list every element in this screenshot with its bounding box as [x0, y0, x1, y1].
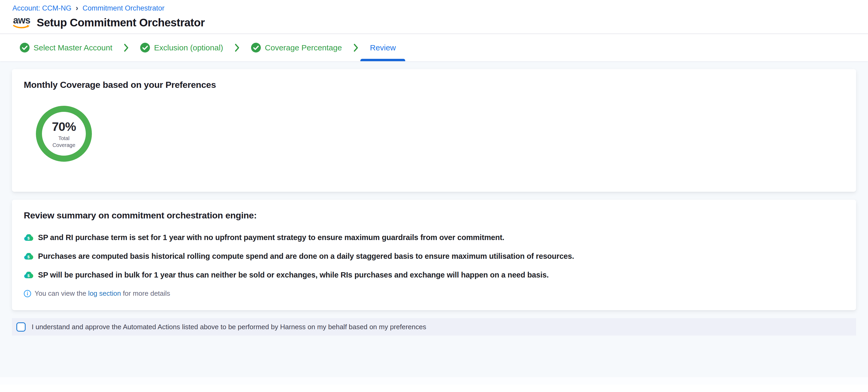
approval-strip: I understand and approve the Automated A… [12, 318, 856, 335]
approval-label[interactable]: I understand and approve the Automated A… [32, 323, 426, 331]
review-summary-card: Review summary on commitment orchestrati… [12, 200, 856, 310]
breadcrumb-account-link[interactable]: Account: CCM-NG [12, 4, 71, 12]
log-info-text: You can view the log section for more de… [35, 289, 170, 298]
chevron-right-icon [353, 43, 358, 52]
step-label: Review [370, 43, 396, 52]
check-circle-icon [140, 43, 150, 53]
wizard-stepper: Select Master Account Exclusion (optiona… [0, 33, 868, 61]
step-label: Select Master Account [33, 43, 112, 52]
step-label: Coverage Percentage [265, 43, 342, 52]
step-exclusion-optional[interactable]: Exclusion (optional) [140, 34, 223, 61]
active-tab-underline [360, 59, 405, 61]
svg-text:$: $ [27, 255, 30, 259]
step-select-master-account[interactable]: Select Master Account [20, 34, 112, 61]
coverage-donut-chart: 70% Total Coverage [36, 106, 92, 162]
page-title: Setup Commitment Orchestrator [37, 17, 205, 29]
summary-bullet: $ Purchases are computed basis historica… [24, 252, 844, 261]
cloud-dollar-icon: $ [24, 234, 33, 241]
donut-value: 70% [52, 119, 76, 134]
info-suffix: for more details [121, 289, 170, 297]
content-area: Monthly Coverage based on your Preferenc… [0, 61, 868, 385]
check-circle-icon [20, 43, 30, 53]
step-coverage-percentage[interactable]: Coverage Percentage [251, 34, 342, 61]
donut-sub-label: Total Coverage [53, 135, 75, 149]
coverage-card: Monthly Coverage based on your Preferenc… [12, 69, 856, 192]
info-prefix: You can view the [35, 289, 88, 297]
page-header: Account: CCM-NG › Commitment Orchestrato… [0, 0, 868, 33]
summary-bullet: $ SP will be purchased in bulk for 1 yea… [24, 271, 844, 280]
summary-bullet: $ SP and RI purchase term is set for 1 y… [24, 233, 844, 242]
step-review[interactable]: Review [370, 34, 396, 61]
check-circle-icon [251, 43, 261, 53]
coverage-card-title: Monthly Coverage based on your Preferenc… [24, 80, 844, 90]
log-info-row: You can view the log section for more de… [24, 289, 844, 298]
summary-card-title: Review summary on commitment orchestrati… [24, 210, 844, 221]
approval-checkbox[interactable] [17, 322, 26, 332]
chevron-right-icon [124, 43, 129, 52]
bullet-text: Purchases are computed basis historical … [38, 252, 574, 261]
info-circle-icon [24, 290, 31, 297]
svg-text:$: $ [27, 236, 30, 240]
bottom-strip [0, 377, 868, 385]
chevron-right-icon [235, 43, 240, 52]
breadcrumb: Account: CCM-NG › Commitment Orchestrato… [12, 4, 868, 12]
aws-logo-text: aws [13, 16, 30, 25]
aws-smile-icon [13, 25, 30, 29]
breadcrumb-page-link[interactable]: Commitment Orchestrator [83, 4, 165, 12]
log-section-link[interactable]: log section [88, 289, 121, 297]
breadcrumb-separator-icon: › [76, 4, 79, 12]
aws-logo-icon: aws [12, 16, 31, 29]
svg-text:$: $ [27, 273, 30, 278]
bullet-text: SP will be purchased in bulk for 1 year … [38, 271, 549, 280]
summary-bullet-list: $ SP and RI purchase term is set for 1 y… [24, 233, 844, 280]
bullet-text: SP and RI purchase term is set for 1 yea… [38, 233, 504, 242]
cloud-dollar-icon: $ [24, 272, 33, 279]
step-label: Exclusion (optional) [154, 43, 223, 52]
cloud-dollar-icon: $ [24, 253, 33, 260]
